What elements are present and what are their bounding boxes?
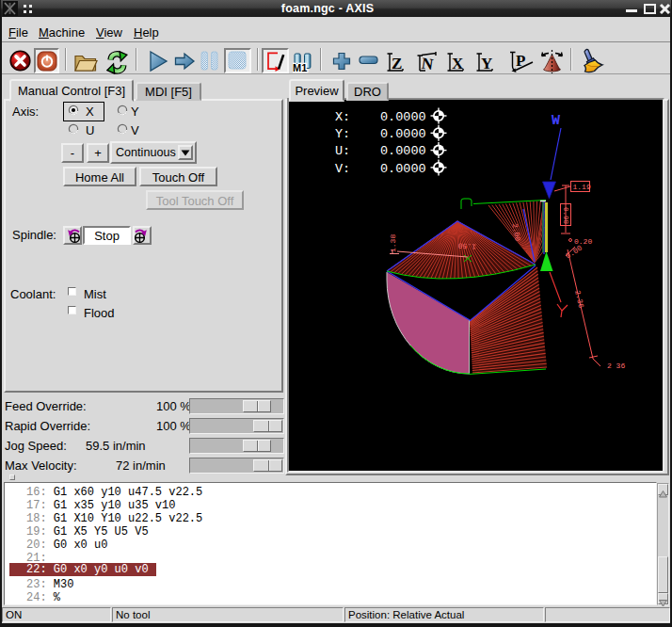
svg-text:0.0000: 0.0000 [380,127,426,141]
svg-text:2.36: 2.36 [573,289,585,309]
svg-text:0.98: 0.98 [562,207,569,224]
svg-text:M1: M1 [293,62,307,73]
svg-text:2.00: 2.00 [511,222,522,242]
svg-text:1.38: 1.38 [389,234,397,252]
svg-text:1.50: 1.50 [457,241,476,250]
svg-text:0.00: 0.00 [564,243,584,260]
svg-text:N: N [421,55,436,73]
svg-text:1.19: 1.19 [573,183,591,191]
svg-text:U:: U: [335,144,350,158]
svg-text:W: W [552,113,560,129]
svg-text:0.0000: 0.0000 [380,162,426,176]
svg-text:Z: Z [392,55,402,72]
svg-text:X: X [452,55,464,72]
svg-text:0.0000: 0.0000 [380,110,426,124]
svg-text:0.0000: 0.0000 [380,144,426,158]
svg-text:Y:: Y: [335,127,350,141]
svg-text:X:: X: [335,110,350,124]
svg-text:Y: Y [481,55,492,72]
svg-text:P: P [516,52,525,70]
svg-text:V:: V: [335,162,350,176]
svg-text:2 36: 2 36 [607,362,625,370]
